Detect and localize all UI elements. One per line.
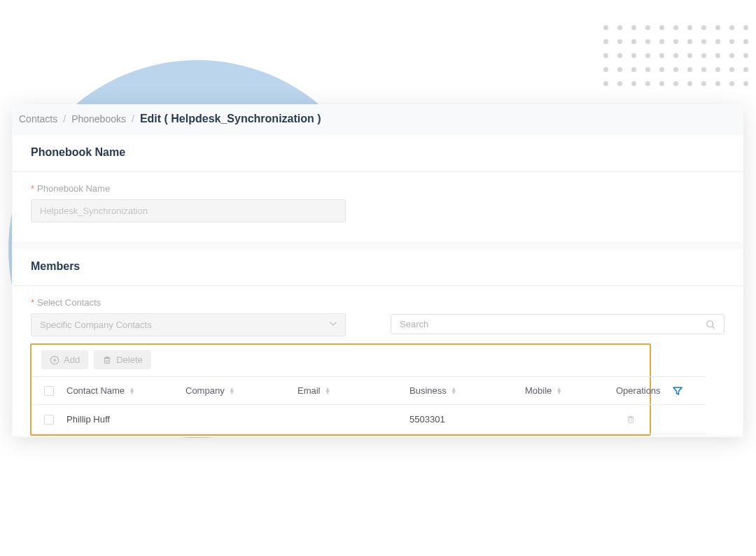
decorative-dots <box>603 25 756 87</box>
add-button-label: Add <box>64 355 80 365</box>
sort-icon: ▲▼ <box>229 387 235 394</box>
select-contacts-label: *Select Contacts <box>31 297 346 308</box>
col-company-label: Company <box>186 385 225 396</box>
sort-icon: ▲▼ <box>451 387 457 394</box>
row-delete-icon[interactable] <box>626 415 672 425</box>
col-email-label: Email <box>298 385 321 396</box>
search-input-container[interactable] <box>391 314 724 334</box>
delete-button[interactable]: Delete <box>94 350 151 369</box>
add-button[interactable]: Add <box>41 350 88 369</box>
breadcrumb-current: Edit ( Helpdesk_Synchronization ) <box>140 113 321 125</box>
breadcrumb-phonebooks[interactable]: Phonebooks <box>71 113 126 124</box>
filter-icon[interactable] <box>672 385 707 397</box>
members-section: Members *Select Contacts Specific Compan… <box>13 249 743 436</box>
svg-point-0 <box>707 320 713 327</box>
phonebook-name-label: *Phonebook Name <box>31 183 724 194</box>
required-asterisk: * <box>31 183 34 194</box>
col-company[interactable]: Company ▲▼ <box>186 385 298 396</box>
select-contacts-value: Specific Company Contacts <box>40 320 152 330</box>
search-icon <box>706 320 715 329</box>
trash-icon <box>102 355 112 365</box>
cell-contact-name: Phillip Huff <box>66 414 186 425</box>
col-business[interactable]: Business ▲▼ <box>410 385 525 396</box>
breadcrumb-separator: / <box>132 113 134 124</box>
phonebook-name-input[interactable] <box>31 199 346 222</box>
col-email[interactable]: Email ▲▼ <box>298 385 410 396</box>
select-contacts-dropdown[interactable]: Specific Company Contacts <box>31 313 346 336</box>
phonebook-name-title: Phonebook Name <box>13 135 743 172</box>
main-panel: Contacts / Phonebooks / Edit ( Helpdesk_… <box>12 104 743 437</box>
cell-business: 5503301 <box>410 414 525 425</box>
cell-operations <box>616 415 672 425</box>
col-contact-name-label: Contact Name <box>66 385 125 396</box>
members-table-highlight: Add Delete Contact Name ▲▼ <box>30 343 651 436</box>
svg-rect-5 <box>105 358 110 363</box>
row-checkbox[interactable] <box>44 415 54 425</box>
sort-icon: ▲▼ <box>556 387 562 394</box>
sort-icon: ▲▼ <box>325 387 331 394</box>
svg-rect-9 <box>629 418 634 422</box>
table-header: Contact Name ▲▼ Company ▲▼ Email ▲▼ Bu <box>31 377 706 405</box>
col-mobile-label: Mobile <box>525 385 552 396</box>
sort-icon: ▲▼ <box>129 387 135 394</box>
col-business-label: Business <box>410 385 447 396</box>
breadcrumb-separator: / <box>63 113 66 124</box>
select-contacts-label-text: Select Contacts <box>37 297 101 308</box>
chevron-down-icon <box>330 322 337 329</box>
delete-button-label: Delete <box>116 355 143 365</box>
members-table: Contact Name ▲▼ Company ▲▼ Email ▲▼ Bu <box>31 376 706 434</box>
plus-circle-icon <box>50 355 59 365</box>
members-title: Members <box>13 249 743 286</box>
required-asterisk: * <box>31 297 34 308</box>
col-contact-name[interactable]: Contact Name ▲▼ <box>66 385 186 396</box>
phonebook-name-label-text: Phonebook Name <box>37 183 110 194</box>
breadcrumb: Contacts / Phonebooks / Edit ( Helpdesk_… <box>12 104 743 134</box>
phonebook-name-section: Phonebook Name *Phonebook Name <box>13 135 743 242</box>
table-row: Phillip Huff 5503301 <box>31 405 706 434</box>
col-mobile[interactable]: Mobile ▲▼ <box>525 385 616 396</box>
col-operations: Operations <box>616 385 672 396</box>
breadcrumb-contacts[interactable]: Contacts <box>19 113 57 124</box>
svg-line-1 <box>713 326 715 328</box>
select-all-checkbox[interactable] <box>44 386 54 396</box>
search-input[interactable] <box>400 319 706 329</box>
